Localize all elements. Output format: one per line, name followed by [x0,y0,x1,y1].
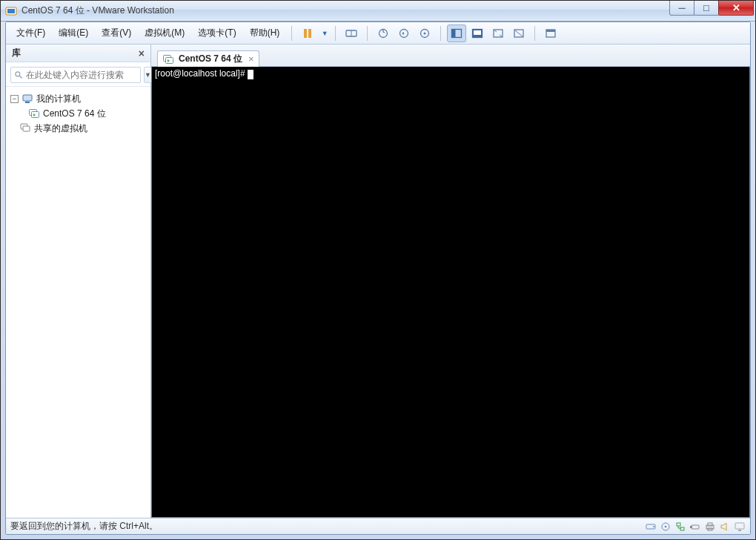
titlebar[interactable]: CentOS 7 64 位 - VMware Workstation ─ □ ✕ [1,1,755,22]
console-view-button[interactable] [541,24,560,42]
thumbnail-bar-button[interactable] [468,24,487,42]
shared-vm-icon [19,122,31,134]
terminal-cursor [248,70,253,79]
library-pane-icon [451,27,462,39]
svg-rect-11 [474,30,481,35]
usb-status-icon[interactable] [689,521,701,533]
svg-rect-26 [166,57,173,63]
status-device-icons [645,521,746,533]
menu-view[interactable]: 查看(V) [96,24,137,42]
library-tree: − 我的计算机 CentOS 7 64 位 [6,87,150,140]
svg-rect-9 [452,29,456,37]
svg-rect-1 [7,9,15,13]
svg-rect-24 [23,126,30,131]
svg-rect-31 [677,523,680,526]
menubar: 文件(F) 编辑(E) 查看(V) 虚拟机(M) 选项卡(T) 帮助(H) ▼ [6,22,750,45]
tabbar: CentOS 7 64 位 × [151,45,750,67]
separator [335,26,336,41]
tab-label: CentOS 7 64 位 [179,53,242,65]
separator [534,26,535,41]
vm-running-icon [28,108,40,119]
snapshot-revert-button[interactable] [394,24,414,42]
snapshot-icon [377,27,389,39]
pause-vm-button[interactable] [298,24,317,42]
printer-status-icon[interactable] [704,521,716,533]
menu-tabs[interactable]: 选项卡(T) [192,24,242,42]
unity-button[interactable] [509,24,528,42]
vmware-app-icon [5,5,17,17]
tree-root-my-computer[interactable]: − 我的计算机 [7,91,149,106]
svg-rect-34 [690,526,692,528]
statusbar: 要返回到您的计算机，请按 Ctrl+Alt。 [6,518,750,534]
network-status-icon[interactable] [674,521,686,533]
fullscreen-icon [492,27,504,39]
svg-rect-16 [546,30,555,32]
vm-running-icon [162,53,174,65]
svg-rect-38 [735,523,744,529]
keyboard-icon [345,27,357,39]
window-controls: ─ □ ✕ [670,1,754,16]
svg-point-17 [16,72,20,76]
svg-line-14 [515,30,523,36]
sound-status-icon[interactable] [719,521,731,533]
terminal-prompt: [root@localhost local]# [155,68,248,79]
fullscreen-button[interactable] [488,24,508,42]
tab-centos[interactable]: CentOS 7 64 位 × [157,50,259,67]
tree-label: CentOS 7 64 位 [43,108,106,120]
tree-label: 共享的虚拟机 [34,122,87,135]
library-sidebar: 库 × ▼ − 我的计算机 [6,45,151,518]
snapshot-take-button[interactable] [374,24,393,42]
svg-point-7 [424,32,426,34]
window-title: CentOS 7 64 位 - VMware Workstation [21,4,174,17]
tree-label: 我的计算机 [36,93,81,105]
console-icon [545,27,557,39]
search-box[interactable] [10,67,141,83]
search-row: ▼ [6,62,150,87]
computer-icon [21,93,33,105]
client-area: 文件(F) 编辑(E) 查看(V) 虚拟机(M) 选项卡(T) 帮助(H) ▼ [5,22,751,535]
menu-file[interactable]: 文件(F) [10,24,51,42]
svg-rect-33 [692,525,699,529]
tree-item-shared-vms[interactable]: 共享的虚拟机 [7,121,149,136]
menu-vm[interactable]: 虚拟机(M) [139,24,190,42]
status-hint: 要返回到您的计算机，请按 Ctrl+Alt。 [10,520,158,533]
display-status-icon[interactable] [734,521,746,533]
snapshot-manager-icon [419,27,431,39]
svg-point-30 [665,525,667,527]
unity-icon [513,27,525,39]
svg-line-18 [20,76,22,79]
show-library-button[interactable] [447,24,466,42]
separator [291,26,292,41]
sidebar-title: 库 [12,47,21,59]
vm-console-terminal[interactable]: [root@localhost local]# [151,67,750,518]
menu-help[interactable]: 帮助(H) [244,24,286,42]
send-ctrl-alt-del-button[interactable] [342,24,361,42]
svg-rect-19 [23,95,32,101]
svg-rect-20 [25,102,30,103]
menu-edit[interactable]: 编辑(E) [53,24,94,42]
harddisk-status-icon[interactable] [645,521,657,533]
main-area: CentOS 7 64 位 × [root@localhost local]# [151,45,750,518]
tree-item-centos[interactable]: CentOS 7 64 位 [7,106,149,121]
pause-icon [304,29,311,38]
minimize-button[interactable]: ─ [669,1,694,16]
app-window: CentOS 7 64 位 - VMware Workstation ─ □ ✕… [0,0,756,540]
power-dropdown[interactable]: ▼ [319,24,329,42]
svg-point-28 [653,526,654,527]
search-icon [14,70,23,79]
cd-status-icon[interactable] [660,521,672,533]
search-input[interactable] [26,70,137,80]
close-button[interactable]: ✕ [718,1,754,16]
tab-close-button[interactable]: × [248,53,254,65]
sidebar-close-button[interactable]: × [139,47,145,59]
expander-icon[interactable]: − [10,95,19,103]
thumbnail-icon [471,27,483,39]
maximize-button[interactable]: □ [694,1,719,16]
svg-rect-39 [738,530,741,531]
sidebar-header: 库 × [6,45,150,62]
body: 库 × ▼ − 我的计算机 [6,45,750,518]
snapshot-manager-button[interactable] [415,24,434,42]
revert-icon [398,27,410,39]
separator [367,26,368,41]
separator [440,26,441,41]
